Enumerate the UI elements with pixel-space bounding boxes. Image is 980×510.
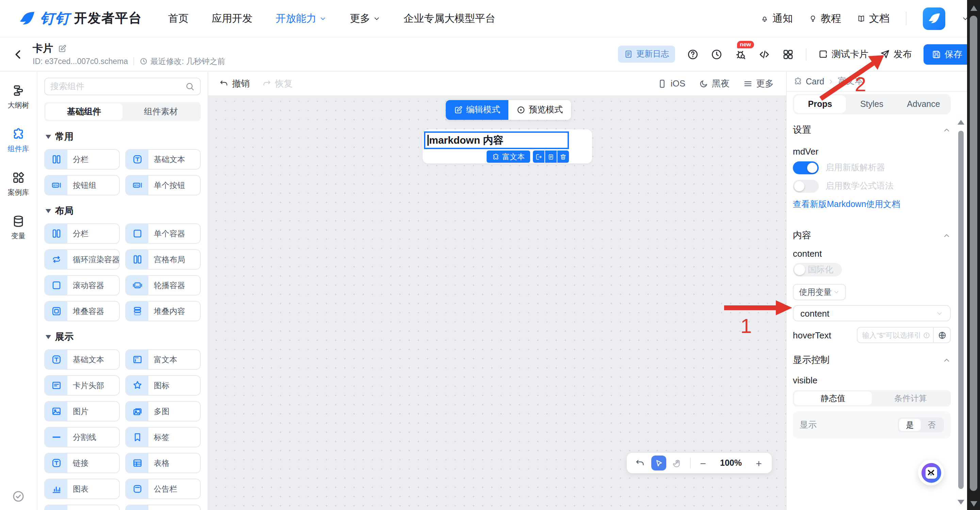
avatar[interactable] xyxy=(923,7,945,30)
component-item[interactable]: 头像 xyxy=(44,505,120,510)
i18n-globe-button[interactable] xyxy=(934,328,950,343)
inspector-tab-styles[interactable]: Styles xyxy=(846,95,898,113)
content-section-header[interactable]: 内容 xyxy=(793,230,951,241)
scrollbar-thumb[interactable] xyxy=(958,131,963,489)
component-item[interactable]: 图片 xyxy=(44,401,120,421)
sidebar-item-组件库[interactable]: 组件库 xyxy=(8,128,29,154)
nav-bulb-item[interactable]: 教程 xyxy=(809,12,841,25)
nav-item[interactable]: 更多 xyxy=(350,12,380,25)
zoom-in-button[interactable]: + xyxy=(754,457,764,469)
section-header[interactable]: 常用 xyxy=(46,131,201,143)
back-icon[interactable] xyxy=(12,48,24,60)
component-item[interactable]: 富文本 xyxy=(125,349,201,370)
component-item[interactable]: BTN按钮组 xyxy=(44,175,120,195)
visible-mode-option[interactable]: 静态值 xyxy=(794,392,872,405)
component-search[interactable] xyxy=(44,78,201,95)
component-item[interactable]: 表格 xyxy=(125,453,201,473)
window-scroll-down-arrow[interactable] xyxy=(970,501,977,507)
display-section-header[interactable]: 显示控制 xyxy=(793,355,951,366)
test-card-button[interactable]: 测试卡片 xyxy=(818,48,869,60)
component-tab[interactable]: 基础组件 xyxy=(46,104,123,120)
edit-title-icon[interactable] xyxy=(58,44,67,53)
save-button[interactable]: 保存 xyxy=(924,44,970,64)
select-tool-button[interactable] xyxy=(651,456,666,470)
component-item[interactable]: 图表 xyxy=(44,479,120,499)
scroll-up-arrow[interactable] xyxy=(957,120,964,124)
variable-mode-select[interactable]: 使用变量 xyxy=(793,284,846,300)
component-item[interactable]: 标签 xyxy=(125,427,201,447)
nav-book-item[interactable]: 文档 xyxy=(858,12,889,25)
component-item[interactable]: 循环渲染容器 xyxy=(44,249,120,269)
sidebar-item-大纲树[interactable]: 大纲树 xyxy=(8,84,29,110)
component-item[interactable]: 宫格布局 xyxy=(125,249,201,269)
show-value-option[interactable]: 否 xyxy=(921,419,943,431)
inspector-tab-advance[interactable]: Advance xyxy=(898,95,950,113)
inspector-scrollbar[interactable] xyxy=(956,115,966,510)
canvas-more-button[interactable]: 更多 xyxy=(743,77,774,89)
nav-bell-item[interactable]: 通知 xyxy=(761,12,793,25)
component-tab[interactable]: 组件素材 xyxy=(123,104,199,120)
math-toggle[interactable] xyxy=(793,180,819,193)
component-item[interactable]: 多图 xyxy=(125,401,201,421)
component-item[interactable]: 基础文本 xyxy=(125,149,201,169)
parser-toggle[interactable] xyxy=(793,161,819,174)
copy-button[interactable] xyxy=(545,150,557,163)
hovertext-input[interactable] xyxy=(858,331,923,339)
content-variable-select[interactable]: content xyxy=(793,305,951,321)
component-item[interactable]: 头像列表 xyxy=(125,505,201,510)
sidebar-item-案例库[interactable]: 案例库 xyxy=(8,171,29,198)
redo-button[interactable]: 恢复 xyxy=(262,77,293,89)
component-item[interactable]: 图标 xyxy=(125,375,201,395)
i18n-toggle[interactable]: 国际化 xyxy=(793,263,842,276)
move-out-button[interactable] xyxy=(533,150,544,163)
component-item[interactable]: 滚动容器 xyxy=(44,275,120,295)
source-code-button[interactable] xyxy=(758,48,770,60)
visible-mode-option[interactable]: 条件计算 xyxy=(872,392,950,405)
zoom-undo-icon[interactable] xyxy=(635,458,645,468)
component-item[interactable]: 堆叠容器 xyxy=(44,301,120,321)
component-item[interactable]: BTN单个按钮 xyxy=(125,175,201,195)
selected-component[interactable]: markdown 内容 xyxy=(424,131,569,149)
nav-item[interactable]: 首页 xyxy=(168,12,189,25)
component-item[interactable]: 基础文本 xyxy=(44,349,120,370)
debug-button[interactable]: new xyxy=(734,48,746,60)
sidebar-item-变量[interactable]: 变量 xyxy=(11,215,25,241)
undo-button[interactable]: 撤销 xyxy=(219,77,250,89)
window-scroll-up-arrow[interactable] xyxy=(970,5,977,11)
search-input[interactable] xyxy=(50,82,181,91)
window-scrollbar[interactable] xyxy=(967,0,980,510)
dark-mode-toggle[interactable]: 黑夜 xyxy=(699,77,730,89)
nav-item[interactable]: 开放能力 xyxy=(275,12,327,25)
component-item[interactable]: 轮播容器 xyxy=(125,275,201,295)
component-item[interactable]: 分割线 xyxy=(44,427,120,447)
section-header[interactable]: 布局 xyxy=(46,205,201,217)
preview-mode-tab[interactable]: 预览模式 xyxy=(508,100,571,120)
component-item[interactable]: 卡片头部 xyxy=(44,375,120,395)
markdown-doc-link[interactable]: 查看新版Markdown使用文档 xyxy=(793,199,951,210)
settings-section-header[interactable]: 设置 xyxy=(793,124,951,135)
publish-button[interactable]: 发布 xyxy=(880,48,912,60)
breadcrumb-card[interactable]: Card xyxy=(806,76,824,86)
component-item[interactable]: 分栏 xyxy=(44,149,120,169)
edit-mode-tab[interactable]: 编辑模式 xyxy=(446,100,508,120)
section-header[interactable]: 展示 xyxy=(46,331,201,343)
scroll-down-arrow[interactable] xyxy=(957,500,964,505)
history-button[interactable] xyxy=(711,48,723,60)
delete-button[interactable] xyxy=(557,150,569,163)
hand-tool-button[interactable] xyxy=(672,458,682,468)
component-item[interactable]: 链接 xyxy=(44,453,120,473)
component-item[interactable]: 单个容器 xyxy=(125,223,201,244)
changelog-button[interactable]: 更新日志 xyxy=(618,46,675,63)
assistant-float-button[interactable] xyxy=(918,460,944,486)
nav-item[interactable]: 应用开发 xyxy=(212,12,253,25)
inspector-tab-props[interactable]: Props xyxy=(794,95,846,113)
ios-toggle[interactable]: iOS xyxy=(658,78,685,89)
window-scrollbar-thumb[interactable] xyxy=(970,16,977,491)
help-button[interactable] xyxy=(687,48,699,60)
dingtalk-logo[interactable]: 钉钉 开发者平台 xyxy=(18,9,142,28)
show-value-option[interactable]: 是 xyxy=(899,419,921,431)
check-circle-icon[interactable] xyxy=(11,489,25,503)
component-item[interactable]: 公告栏 xyxy=(125,479,201,499)
zoom-out-button[interactable]: − xyxy=(698,457,708,469)
selection-label[interactable]: 富文本 xyxy=(487,150,530,163)
